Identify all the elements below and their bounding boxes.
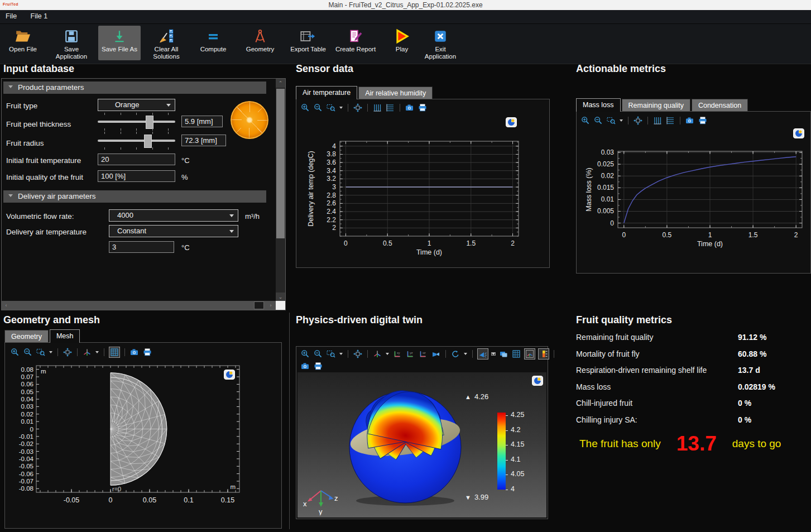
slider-track[interactable]: [98, 121, 175, 123]
go-to-yz-view-icon[interactable]: [406, 349, 415, 358]
menu-file[interactable]: File: [0, 10, 22, 20]
zoom-box-icon[interactable]: [36, 348, 45, 357]
image-snapshot-icon[interactable]: [685, 116, 694, 125]
air-temperature-chart[interactable]: 00.511.5222.22.42.62.833.23.43.63.84Time…: [301, 130, 545, 267]
mesh-plot[interactable]: -0.0500.050.10.150.080.070.060.050.040.0…: [7, 362, 280, 525]
fruit-radius-field[interactable]: [181, 135, 226, 146]
perspective-view-icon[interactable]: [431, 349, 440, 358]
zoom-options-caret-icon[interactable]: [339, 353, 343, 355]
menu-file-1[interactable]: File 1: [25, 10, 54, 20]
x-axis-grid-icon[interactable]: [653, 116, 662, 125]
tab-condensation[interactable]: Condensation: [692, 99, 748, 112]
zoom-out-icon[interactable]: [314, 349, 323, 358]
image-snapshot-icon[interactable]: [405, 103, 414, 112]
zoom-extents-icon[interactable]: [353, 349, 362, 358]
y-axis-grid-icon[interactable]: [666, 116, 675, 125]
zoom-options-caret-icon[interactable]: [620, 119, 623, 122]
rotate-icon[interactable]: [451, 349, 460, 358]
environment-reflections-icon[interactable]: [499, 349, 508, 358]
svg-text:0: 0: [30, 426, 33, 433]
image-snapshot-icon[interactable]: [130, 348, 139, 357]
zoom-out-icon[interactable]: [594, 116, 603, 125]
mass-loss-chart[interactable]: 00.511.5200.0050.010.0150.020.0250.03Tim…: [578, 135, 810, 255]
tab-remaining-quality[interactable]: Remaining quality: [622, 99, 690, 112]
scrollbar-thumb[interactable]: [276, 89, 285, 238]
create-report-button[interactable]: Create Report: [333, 26, 378, 60]
go-to-xz-view-icon[interactable]: [419, 349, 428, 358]
scroll-right-button[interactable]: ›: [266, 301, 275, 310]
print-icon[interactable]: [418, 103, 427, 112]
export-table-button[interactable]: Export Table: [287, 26, 329, 60]
zoom-in-icon[interactable]: [581, 116, 590, 125]
zoom-box-icon[interactable]: [327, 103, 335, 112]
save-application-button[interactable]: Save Application: [50, 26, 93, 60]
zoom-box-icon[interactable]: [607, 116, 616, 125]
zoom-extents-icon[interactable]: [63, 348, 72, 357]
zoom-in-icon[interactable]: [11, 348, 20, 357]
geometry-button[interactable]: Geometry: [240, 26, 280, 60]
tab-geometry[interactable]: Geometry: [4, 330, 49, 343]
delivery-air-temperature-field[interactable]: [109, 241, 174, 253]
zoom-extents-icon[interactable]: [353, 103, 362, 112]
initial-fruit-temperature-field[interactable]: [98, 154, 175, 165]
open-file-button[interactable]: Open File: [4, 26, 41, 60]
zoom-in-icon[interactable]: [301, 349, 310, 358]
zoom-in-icon[interactable]: [301, 103, 310, 112]
axis-orientation-icon[interactable]: [83, 348, 92, 357]
show-color-legend-icon[interactable]: [539, 349, 549, 359]
show-axis-orientation-icon[interactable]: [525, 349, 535, 359]
y-axis-grid-icon[interactable]: [386, 103, 395, 112]
save-file-as-button[interactable]: Save File As: [98, 26, 141, 60]
slider-track[interactable]: [98, 140, 175, 142]
volumetric-flow-rate-select[interactable]: 4000: [109, 209, 238, 222]
twin-3d-viewport[interactable]: ▲4.26 ▼3.99 x y z 4.254.24.154.14.054: [297, 372, 546, 517]
horizontal-scrollbar[interactable]: ‹ ›: [2, 301, 276, 310]
scroll-left-button[interactable]: ‹: [2, 301, 11, 310]
tab-mass-loss[interactable]: Mass loss: [576, 98, 621, 112]
fruit-peel-thickness-slider[interactable]: [98, 113, 175, 131]
zoom-box-icon[interactable]: [327, 349, 335, 358]
show-grid-icon[interactable]: [109, 347, 119, 357]
slider-thumb[interactable]: [146, 116, 153, 129]
show-grid-icon[interactable]: [512, 349, 521, 358]
initial-quality-field[interactable]: [98, 170, 175, 182]
fruit-type-select[interactable]: Orange: [98, 99, 175, 111]
compute-button[interactable]: Compute: [193, 26, 233, 60]
fruit-radius-slider[interactable]: [98, 132, 175, 150]
x-axis-grid-icon[interactable]: [373, 103, 382, 112]
svg-text:0.015: 0.015: [597, 184, 614, 191]
svg-text:0.025: 0.025: [597, 160, 614, 168]
tab-air-temperature[interactable]: Air temperature: [296, 86, 357, 99]
orientation-options-caret-icon[interactable]: [386, 353, 389, 355]
delivery-air-temperature-select[interactable]: Constant: [109, 225, 238, 237]
tab-mesh[interactable]: Mesh: [50, 329, 80, 343]
slider-thumb[interactable]: [144, 135, 152, 148]
delivery-air-parameters-header[interactable]: Delivery air parameters: [3, 190, 266, 203]
fruit-peel-thickness-field[interactable]: [181, 116, 223, 127]
play-button[interactable]: Play: [386, 26, 418, 60]
scrollbar-thumb[interactable]: [254, 301, 264, 309]
scroll-down-button[interactable]: ⌄: [276, 293, 285, 301]
rotate-options-caret-icon[interactable]: [464, 353, 467, 355]
zoom-out-icon[interactable]: [23, 348, 32, 357]
zoom-out-icon[interactable]: [314, 103, 323, 112]
zoom-extents-icon[interactable]: [634, 116, 642, 125]
tab-air-relative-humidity[interactable]: Air relative humidity: [358, 87, 433, 99]
clear-all-solutions-button[interactable]: Clear All Solutions: [146, 26, 186, 60]
image-snapshot-icon[interactable]: [301, 362, 310, 371]
export-table-label: Export Table: [290, 46, 326, 53]
exit-application-button[interactable]: Exit Application: [420, 26, 461, 60]
scene-light-icon[interactable]: [478, 349, 488, 359]
zoom-options-caret-icon[interactable]: [49, 351, 52, 353]
product-parameters-header[interactable]: Product parameters: [3, 82, 266, 94]
vertical-scrollbar[interactable]: ⌃ ⌄: [276, 79, 285, 301]
go-to-xy-view-icon[interactable]: [393, 349, 402, 358]
scroll-up-button[interactable]: ⌃: [276, 79, 285, 88]
print-icon[interactable]: [698, 116, 707, 125]
light-options-caret-icon[interactable]: [492, 353, 495, 355]
zoom-options-caret-icon[interactable]: [339, 107, 343, 109]
orientation-options-caret-icon[interactable]: [95, 351, 99, 353]
print-icon[interactable]: [143, 348, 152, 357]
print-icon[interactable]: [314, 362, 323, 371]
axis-orientation-icon[interactable]: [373, 349, 382, 358]
